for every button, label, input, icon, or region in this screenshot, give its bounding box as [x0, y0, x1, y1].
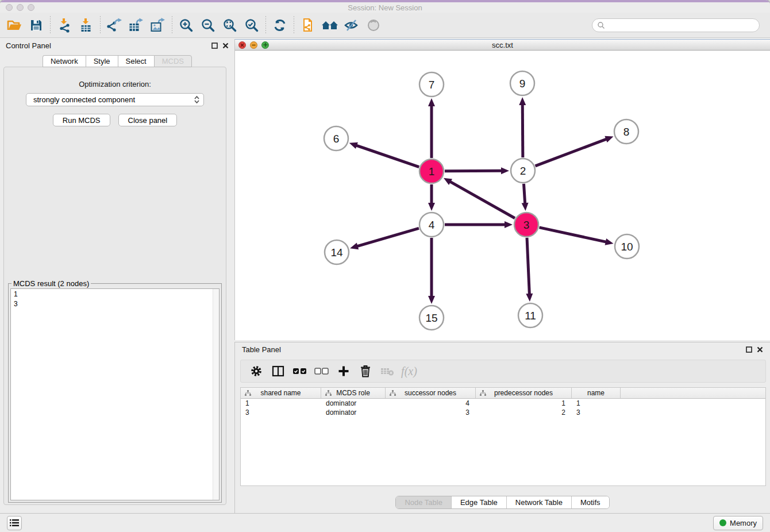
network-canvas[interactable]: 7968124314101511 — [235, 51, 769, 340]
float-panel-icon[interactable] — [746, 346, 752, 353]
memory-button[interactable]: Memory — [713, 516, 763, 530]
graph-edge-4-14[interactable] — [357, 228, 419, 246]
run-mcds-button[interactable]: Run MCDS — [53, 114, 110, 126]
table-row[interactable]: 1 dominator 4 1 1 — [241, 399, 765, 408]
network-graph[interactable]: 7968124314101511 — [235, 51, 769, 340]
checkboxes-unchecked-icon — [314, 367, 329, 375]
network-close-button[interactable] — [238, 41, 246, 49]
toolbar-separator — [50, 16, 51, 34]
graph-node-11[interactable]: 11 — [518, 303, 542, 327]
function-builder-button[interactable]: f(x) — [399, 362, 419, 380]
save-session-button[interactable] — [25, 16, 47, 35]
delete-table-button[interactable] — [378, 362, 397, 380]
svg-text:4: 4 — [429, 219, 435, 231]
graph-node-2[interactable]: 2 — [511, 159, 535, 183]
task-history-button[interactable] — [7, 516, 22, 530]
add-column-button[interactable] — [334, 362, 353, 380]
export-image-button[interactable] — [147, 16, 169, 35]
column-header-predecessor-nodes[interactable]: predecessor nodes — [476, 388, 572, 398]
home-button[interactable] — [319, 16, 341, 35]
tab-node-table[interactable]: Node Table — [396, 496, 451, 508]
import-table-button[interactable] — [75, 16, 97, 35]
network-window-titlebar[interactable]: scc.txt — [235, 40, 770, 51]
eye-slash-icon — [344, 18, 360, 33]
network-minimize-button[interactable] — [250, 41, 257, 49]
criterion-select[interactable]: strongly connected component — [26, 93, 204, 106]
search-input[interactable] — [605, 21, 754, 29]
refresh-icon — [272, 18, 287, 33]
network-maximize-button[interactable] — [261, 41, 269, 49]
mcds-result-textarea[interactable]: 1 3 — [10, 288, 220, 500]
import-network-button[interactable] — [53, 16, 75, 35]
graph-edge-1-2[interactable] — [445, 171, 502, 171]
close-panel-icon[interactable] — [757, 346, 763, 353]
search-box[interactable] — [592, 18, 760, 32]
column-header-name[interactable]: name — [572, 388, 621, 398]
graph-node-8[interactable]: 8 — [614, 119, 638, 144]
zoom-fit-button[interactable] — [219, 16, 241, 35]
select-all-rows-button[interactable] — [290, 362, 310, 380]
eye-disabled-icon — [366, 18, 381, 33]
control-panel-title: Control Panel — [6, 41, 51, 50]
zoom-in-button[interactable] — [175, 16, 197, 35]
tab-edge-table[interactable]: Edge Table — [451, 496, 506, 508]
graph-node-7[interactable]: 7 — [419, 72, 444, 97]
criterion-value: strongly connected component — [33, 95, 194, 104]
save-icon — [29, 18, 44, 33]
tab-network-table[interactable]: Network Table — [506, 496, 571, 508]
export-network-button[interactable] — [103, 16, 125, 35]
column-header-mcds-role[interactable]: MCDS role — [321, 388, 386, 398]
toolbar-separator — [172, 16, 172, 34]
graph-node-9[interactable]: 9 — [510, 71, 534, 95]
status-bar: Memory — [0, 513, 770, 532]
cell-predecessor-nodes: 1 — [476, 399, 572, 407]
delete-column-button[interactable] — [356, 362, 375, 380]
graph-node-3[interactable]: 3 — [514, 213, 538, 237]
tab-network[interactable]: Network — [43, 55, 86, 67]
column-header-successor-nodes[interactable]: successor nodes — [386, 388, 476, 398]
result-scrollbar[interactable] — [213, 289, 219, 500]
list-icon — [10, 519, 19, 527]
optimization-criterion-label: Optimization criterion: — [4, 80, 226, 88]
refresh-view-button[interactable] — [269, 16, 291, 35]
toggle-panel-layout-button[interactable] — [268, 362, 288, 380]
graph-node-4[interactable]: 4 — [419, 213, 444, 237]
export-network-icon — [106, 18, 122, 33]
zoom-selected-button[interactable] — [241, 16, 263, 35]
graph-node-14[interactable]: 14 — [325, 240, 349, 264]
export-table-button[interactable] — [125, 16, 147, 35]
zoom-fit-icon — [222, 18, 237, 33]
graph-edge-3-10[interactable] — [539, 228, 606, 242]
zoom-out-button[interactable] — [197, 16, 219, 35]
graph-edge-1-6[interactable] — [356, 145, 419, 167]
hide-graphics-button[interactable] — [341, 16, 363, 35]
show-graphics-button[interactable] — [363, 16, 384, 35]
zoom-selected-icon — [244, 18, 259, 33]
open-session-button[interactable] — [3, 16, 25, 35]
deselect-all-rows-button[interactable] — [312, 362, 332, 380]
tab-select[interactable]: Select — [118, 55, 154, 67]
graph-node-10[interactable]: 10 — [615, 234, 639, 259]
cell-mcds-role: dominator — [321, 408, 386, 417]
graph-node-1[interactable]: 1 — [419, 159, 444, 183]
column-header-shared-name[interactable]: shared name — [241, 388, 321, 398]
close-panel-icon[interactable] — [222, 43, 229, 49]
graph-node-15[interactable]: 15 — [419, 306, 444, 330]
search-icon — [597, 21, 605, 29]
float-panel-icon[interactable] — [211, 43, 218, 49]
graph-edge-3-1[interactable] — [450, 182, 515, 218]
table-settings-button[interactable] — [247, 362, 266, 380]
graph-edge-2-3[interactable] — [523, 184, 525, 203]
table-row[interactable]: 3 dominator 3 2 3 — [241, 408, 765, 417]
tab-mcds[interactable]: MCDS — [154, 55, 192, 67]
clone-network-button[interactable] — [297, 16, 319, 35]
graph-edge-2-8[interactable] — [536, 139, 607, 166]
graph-edge-3-11[interactable] — [527, 238, 529, 294]
close-panel-button[interactable]: Close panel — [118, 114, 178, 126]
tab-style[interactable]: Style — [86, 55, 118, 67]
graph-node-6[interactable]: 6 — [324, 126, 348, 151]
node-table[interactable]: shared name MCDS role successor nodes — [240, 387, 766, 486]
graph-edge-2-9[interactable] — [522, 105, 523, 157]
svg-text:6: 6 — [333, 133, 340, 145]
tab-motifs[interactable]: Motifs — [571, 496, 609, 508]
